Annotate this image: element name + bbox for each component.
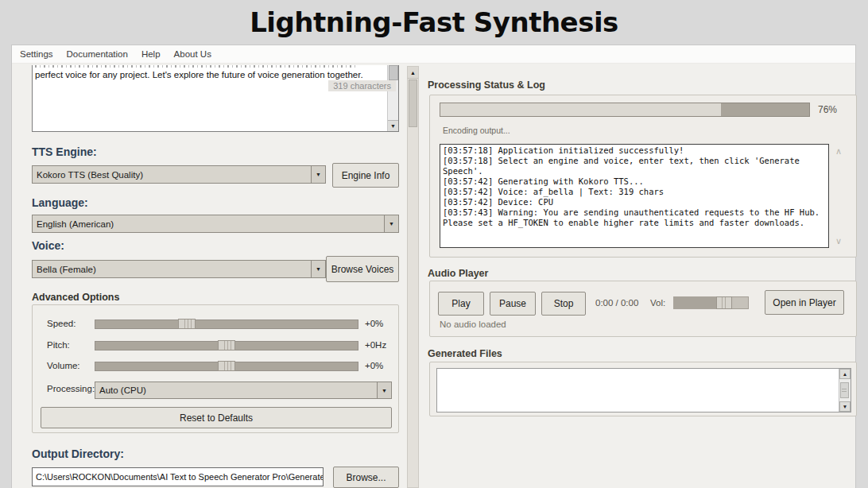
player-volume-slider[interactable]: [673, 296, 749, 309]
slider-track[interactable]: [95, 320, 358, 329]
language-value: English (American): [33, 215, 384, 232]
voice-select[interactable]: Bella (Female) ▼: [32, 260, 326, 278]
slider-thumb[interactable]: [178, 319, 196, 329]
audio-player-box: Play Pause Stop 0:00 / 0:00 Vol: Open in…: [429, 281, 857, 337]
processing-status-heading: Processing Status & Log: [428, 79, 545, 91]
log-output[interactable]: [03:57:18] Application initialized succe…: [440, 144, 829, 248]
page-title: Lightning-Fast Synthesis: [0, 6, 868, 38]
menu-documentation[interactable]: Documentation: [67, 49, 128, 59]
generated-files-heading: Generated Files: [428, 348, 502, 359]
speed-label: Speed:: [47, 319, 76, 328]
speed-slider[interactable]: [95, 320, 358, 329]
speed-value: +0%: [365, 319, 383, 328]
advanced-options-box: Speed: +0% Pitch: +0Hz Volume: +0% Proce…: [32, 304, 399, 433]
playback-time: 0:00 / 0:00: [595, 298, 638, 308]
pitch-label: Pitch:: [47, 340, 70, 350]
audio-player-heading: Audio Player: [428, 268, 488, 279]
scrollbar-thumb[interactable]: [409, 79, 417, 127]
menu-bar: Settings Documentation Help About Us: [12, 45, 855, 64]
clipped-text-line: [35, 65, 357, 68]
volume-label: Volume:: [47, 361, 80, 370]
progress-status-text: Encoding output...: [443, 126, 510, 135]
scroll-up-icon[interactable]: ∧: [835, 146, 842, 157]
text-input-visible-line: perfect voice for any project. Let's exp…: [35, 70, 384, 79]
generated-files-box: ▲ ▼: [429, 362, 857, 416]
scroll-down-icon[interactable]: ▼: [839, 401, 851, 412]
chevron-down-icon[interactable]: ▼: [311, 166, 325, 183]
volume-slider[interactable]: [95, 362, 358, 371]
processing-value: Auto (CPU): [95, 382, 377, 398]
scroll-up-icon[interactable]: ▲: [839, 369, 851, 379]
chevron-down-icon[interactable]: ▼: [311, 261, 325, 277]
menu-settings[interactable]: Settings: [20, 49, 53, 59]
progress-percent-label: 76%: [818, 104, 837, 115]
browse-voices-button[interactable]: Browse Voices: [326, 256, 399, 282]
chevron-down-icon[interactable]: ▼: [377, 382, 391, 398]
pitch-value: +0Hz: [365, 340, 386, 350]
files-list-scrollbar[interactable]: ▲ ▼: [839, 369, 851, 412]
screen: Lightning-Fast Synthesis Settings Docume…: [0, 0, 868, 488]
processing-status-box: 76% Encoding output... [03:57:18] Applic…: [429, 95, 857, 258]
tts-engine-value: Kokoro TTS (Best Quality): [33, 166, 311, 183]
chevron-down-icon[interactable]: ▼: [384, 215, 398, 232]
voice-value: Bella (Female): [33, 261, 311, 277]
pitch-slider[interactable]: [95, 341, 358, 351]
audio-status-text: No audio loaded: [440, 320, 506, 329]
advanced-options-label: Advanced Options: [32, 292, 119, 303]
char-count-badge: 319 characters: [328, 80, 396, 91]
language-label: Language:: [32, 196, 88, 209]
voice-label: Voice:: [32, 239, 64, 252]
scrollbar-thumb[interactable]: [840, 382, 849, 398]
volume-label: Vol:: [650, 298, 665, 308]
open-in-player-button[interactable]: Open in Player: [765, 290, 844, 315]
tts-engine-label: TTS Engine:: [32, 145, 97, 158]
left-panel-scrollbar[interactable]: ▲: [407, 66, 419, 488]
processing-select[interactable]: Auto (CPU) ▼: [95, 381, 392, 399]
output-directory-path: C:\Users\ROCKON\Documents\AI Text to Spe…: [36, 472, 324, 482]
app-window: Settings Documentation Help About Us per…: [12, 45, 855, 488]
progress-fill: [440, 103, 721, 116]
pause-button[interactable]: Pause: [490, 292, 536, 316]
slider-thumb[interactable]: [218, 361, 235, 371]
textarea-scrollbar[interactable]: ▼: [387, 65, 398, 131]
scrollbar-thumb[interactable]: [389, 65, 398, 80]
slider-thumb[interactable]: [218, 340, 235, 351]
play-button[interactable]: Play: [438, 292, 484, 316]
menu-about-us[interactable]: About Us: [174, 49, 211, 59]
text-input-area[interactable]: perfect voice for any project. Let's exp…: [32, 65, 399, 132]
engine-info-button[interactable]: Engine Info: [332, 163, 399, 188]
processing-label: Processing:: [47, 384, 95, 393]
progress-bar: [440, 103, 810, 117]
browse-directory-button[interactable]: Browse...: [333, 467, 399, 488]
language-select[interactable]: English (American) ▼: [32, 215, 399, 233]
generated-files-list[interactable]: ▲ ▼: [436, 368, 851, 412]
volume-value: +0%: [365, 361, 383, 370]
output-directory-input[interactable]: C:\Users\ROCKON\Documents\AI Text to Spe…: [32, 467, 324, 486]
stop-button[interactable]: Stop: [541, 292, 586, 316]
output-directory-label: Output Directory:: [32, 447, 124, 460]
scroll-down-icon[interactable]: ▼: [388, 120, 398, 131]
slider-thumb[interactable]: [716, 296, 732, 309]
scroll-up-icon[interactable]: ▲: [408, 67, 418, 79]
reset-to-defaults-button[interactable]: Reset to Defaults: [41, 407, 392, 428]
scroll-down-icon[interactable]: ∨: [835, 236, 842, 246]
tts-engine-select[interactable]: Kokoro TTS (Best Quality) ▼: [32, 165, 326, 184]
menu-help[interactable]: Help: [141, 49, 161, 59]
